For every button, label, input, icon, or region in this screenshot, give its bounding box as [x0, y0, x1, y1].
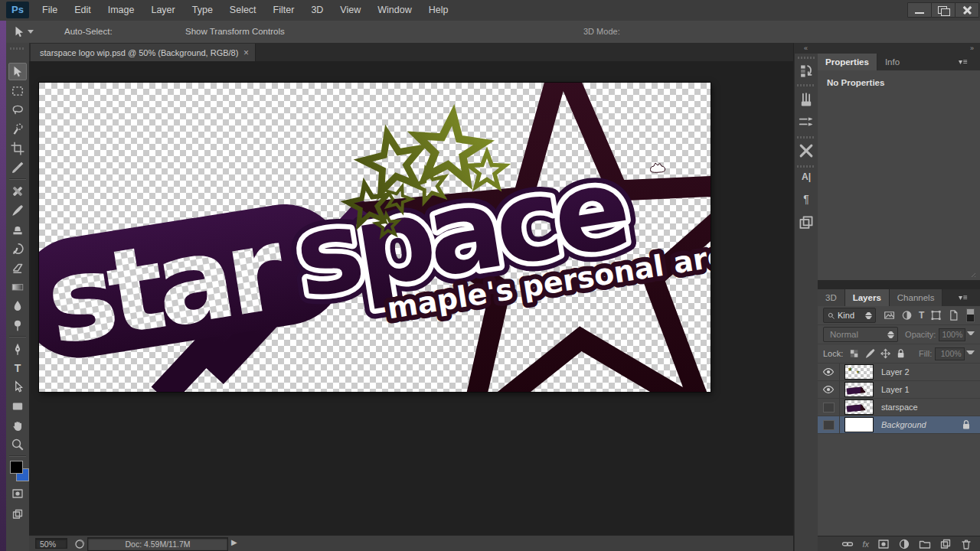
lock-all-icon[interactable] — [895, 347, 906, 360]
opacity-value[interactable]: 100% — [939, 328, 965, 341]
layer-name[interactable]: Background — [881, 420, 960, 429]
tool-presets-panel-icon[interactable] — [798, 142, 815, 159]
menu-layer[interactable]: Layer — [142, 0, 183, 20]
tool-spot-healing-brush[interactable] — [8, 182, 27, 200]
tool-preset-dropdown-arrow[interactable] — [28, 30, 34, 37]
visibility-toggle[interactable] — [818, 381, 840, 398]
dock-collapse-button[interactable]: » — [818, 43, 980, 54]
history-panel-icon[interactable] — [798, 63, 815, 80]
tab-properties[interactable]: Properties — [818, 54, 877, 70]
menu-3d[interactable]: 3D — [302, 0, 332, 20]
menu-type[interactable]: Type — [184, 0, 221, 20]
restore-button[interactable] — [931, 2, 956, 18]
tab-3d[interactable]: 3D — [818, 289, 845, 306]
filter-shape-layers-icon[interactable] — [930, 309, 942, 321]
filter-on-off-toggle[interactable] — [966, 308, 975, 322]
lock-position-icon[interactable] — [880, 347, 891, 360]
fill-dropdown-arrow[interactable] — [966, 350, 975, 357]
menu-view[interactable]: View — [332, 0, 369, 20]
close-button[interactable] — [955, 2, 979, 18]
brush-presets-panel-icon[interactable] — [798, 113, 815, 130]
layer-row-layer2[interactable]: ★★ Layer 2 — [818, 364, 980, 381]
lock-transparency-icon[interactable] — [848, 347, 860, 360]
status-flyout-arrow[interactable]: ▶ — [231, 538, 237, 546]
menu-file[interactable]: File — [34, 0, 66, 20]
tool-hand[interactable] — [8, 416, 27, 434]
visibility-toggle[interactable] — [818, 399, 840, 416]
layer-name[interactable]: Layer 2 — [881, 367, 980, 377]
tab-close-icon[interactable]: × — [239, 47, 249, 58]
zoom-level-field[interactable]: 50% — [35, 538, 67, 549]
layer-thumbnail[interactable] — [844, 399, 874, 415]
layer-style-fx-icon[interactable]: fx — [862, 540, 869, 549]
minimize-button[interactable] — [907, 2, 932, 18]
tool-quick-selection[interactable] — [8, 120, 27, 138]
tool-blur[interactable] — [8, 297, 27, 315]
dock-grip[interactable] — [797, 136, 815, 139]
canvas[interactable]: star space space space maple's personal … — [39, 83, 710, 392]
menu-filter[interactable]: Filter — [265, 0, 303, 20]
menu-select[interactable]: Select — [221, 0, 265, 20]
tool-pen[interactable] — [8, 340, 27, 357]
tool-history-brush[interactable] — [8, 240, 27, 257]
document-tab[interactable]: starspace logo wip.psd @ 50% (Background… — [31, 44, 256, 61]
menu-help[interactable]: Help — [420, 0, 457, 20]
filter-pixel-layers-icon[interactable] — [884, 309, 895, 321]
tool-gradient[interactable] — [8, 278, 27, 295]
filter-kind-dropdown[interactable]: Kind — [823, 308, 876, 323]
tool-move[interactable] — [8, 63, 27, 80]
tab-channels[interactable]: Channels — [890, 289, 943, 306]
tool-brush[interactable] — [8, 201, 27, 219]
new-layer-icon[interactable] — [939, 538, 952, 550]
filter-adjustment-layers-icon[interactable] — [901, 309, 913, 321]
tab-info[interactable]: Info — [877, 54, 907, 70]
layer-thumbnail[interactable] — [844, 417, 874, 432]
paragraph-panel-icon[interactable]: ¶ — [798, 193, 815, 210]
menu-window[interactable]: Window — [369, 0, 420, 20]
blend-mode-dropdown[interactable]: Normal — [823, 327, 898, 342]
tool-rectangular-marquee[interactable] — [8, 82, 27, 99]
opacity-dropdown-arrow[interactable] — [967, 331, 975, 338]
properties-panel-menu-icon[interactable]: ▾≡ — [959, 57, 969, 66]
layers-panel-menu-icon[interactable]: ▾≡ — [959, 293, 969, 302]
menu-edit[interactable]: Edit — [66, 0, 100, 20]
tool-zoom[interactable] — [8, 435, 27, 453]
layer-name[interactable]: starspace — [881, 403, 980, 412]
layer-thumbnail[interactable]: ★★ — [844, 364, 874, 380]
link-layers-icon[interactable] — [841, 538, 854, 550]
foreground-color-swatch[interactable] — [10, 461, 23, 474]
layer-comps-panel-icon[interactable] — [798, 214, 815, 231]
screen-mode-button[interactable] — [8, 505, 27, 523]
toolbar-grip[interactable] — [10, 47, 25, 50]
new-adjustment-layer-icon[interactable] — [898, 538, 910, 550]
tab-layers[interactable]: Layers — [845, 289, 890, 306]
tool-eyedropper[interactable] — [8, 158, 27, 176]
delete-layer-icon[interactable] — [960, 538, 972, 550]
tool-dodge[interactable] — [8, 316, 27, 334]
brush-panel-icon[interactable] — [798, 92, 815, 109]
fill-value[interactable]: 100% — [935, 347, 964, 360]
layer-row-background[interactable]: Background — [818, 416, 980, 434]
tool-type[interactable]: T — [8, 359, 27, 377]
dock-grip[interactable] — [797, 165, 815, 168]
tool-eraser[interactable] — [8, 259, 27, 276]
visibility-toggle[interactable] — [818, 364, 840, 380]
tool-path-selection[interactable] — [8, 378, 27, 396]
status-circle-icon[interactable] — [74, 537, 86, 549]
dock-expand-button[interactable]: « — [794, 43, 818, 54]
tool-crop[interactable] — [8, 139, 27, 157]
tool-clone-stamp[interactable] — [8, 220, 27, 238]
tool-lasso[interactable] — [8, 101, 27, 119]
filter-type-layers-icon[interactable]: T — [919, 310, 924, 321]
menu-image[interactable]: Image — [100, 0, 143, 20]
add-layer-mask-icon[interactable] — [877, 538, 890, 550]
layer-name[interactable]: Layer 1 — [881, 385, 980, 394]
character-panel-icon[interactable]: A| — [798, 171, 815, 188]
tool-rectangle-shape[interactable] — [8, 397, 27, 415]
dock-grip[interactable] — [797, 84, 815, 86]
lock-pixels-icon[interactable] — [864, 347, 876, 360]
quick-mask-button[interactable] — [8, 484, 27, 502]
layer-row-layer1[interactable]: Layer 1 — [818, 381, 980, 399]
layer-row-starspace[interactable]: starspace — [818, 399, 980, 416]
visibility-toggle[interactable] — [818, 416, 840, 433]
